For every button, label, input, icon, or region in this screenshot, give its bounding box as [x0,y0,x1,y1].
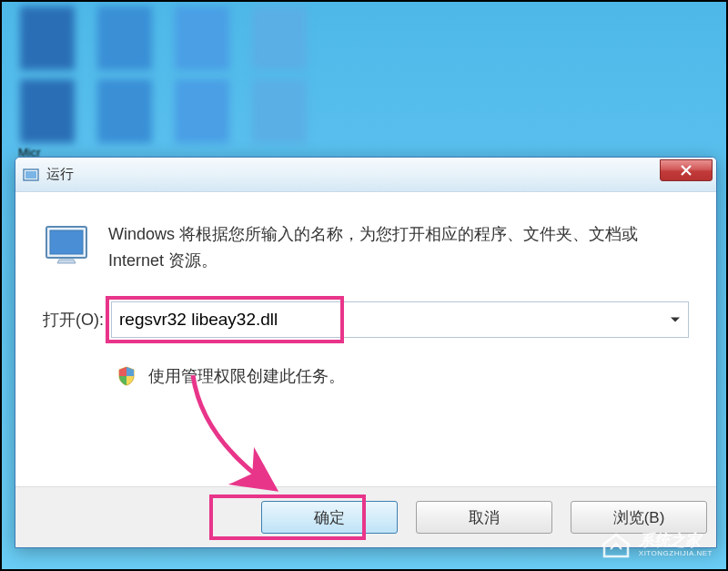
desktop-icon [175,79,229,143]
admin-privilege-text: 使用管理权限创建此任务。 [148,365,345,387]
run-titlebar-icon [23,168,39,182]
browse-button[interactable]: 浏览(B) [571,501,707,534]
cancel-button[interactable]: 取消 [416,501,552,534]
close-button[interactable] [660,159,713,181]
open-label: 打开(O): [43,309,104,331]
desktop-icon [252,6,307,70]
dialog-description: Windows 将根据您所输入的名称，为您打开相应的程序、文件夹、文档或 Int… [108,219,689,274]
watermark-text-cn: 系统之家 [639,533,713,550]
watermark: 系统之家 XITONGZHIJIA.NET [599,531,713,560]
dropdown-arrow-icon[interactable] [671,317,680,321]
desktop-icon [97,6,152,70]
desktop-icon [175,6,229,70]
desktop-icon [20,6,75,70]
command-input[interactable] [111,301,689,338]
dialog-body: Windows 将根据您所输入的名称，为您打开相应的程序、文件夹、文档或 Int… [15,192,716,442]
desktop-icon [97,79,152,143]
dialog-title: 运行 [46,166,74,183]
svg-rect-3 [50,230,83,254]
watermark-logo-icon [599,531,633,560]
shield-icon [116,365,137,387]
svg-rect-1 [25,171,36,178]
desktop-background: Micr [2,2,726,157]
ok-button[interactable]: 确定 [261,501,398,534]
run-dialog: 运行 Windows 将根据您所输入的名称，为您打开相应的程序、文件夹、文档或 … [15,157,717,548]
watermark-text-en: XITONGZHIJIA.NET [639,550,713,558]
desktop-icon [252,79,307,143]
run-dialog-icon [43,219,90,267]
titlebar[interactable]: 运行 [15,158,716,192]
desktop-icon [20,79,75,143]
